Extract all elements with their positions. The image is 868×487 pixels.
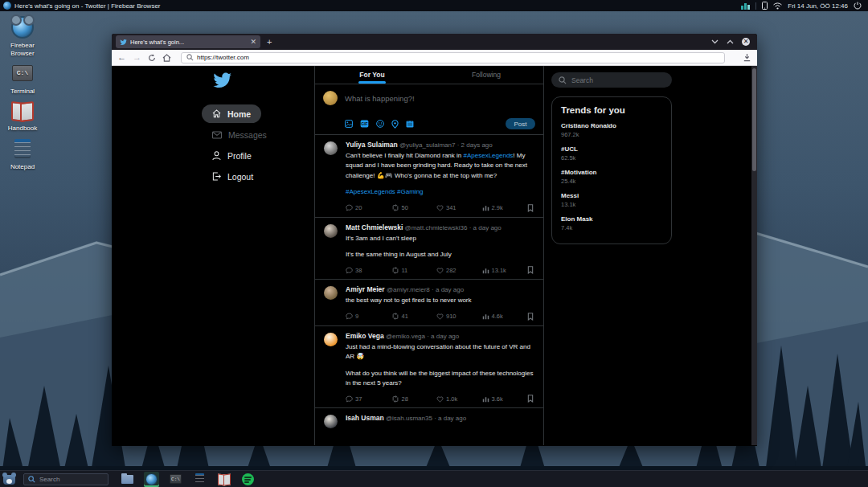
bookmark-icon: [527, 204, 534, 212]
reply-button[interactable]: 37: [346, 395, 391, 403]
phone-icon[interactable]: [762, 2, 768, 10]
reply-button[interactable]: 20: [346, 204, 391, 211]
trend-item[interactable]: Elon Mask 7.4k: [561, 215, 662, 231]
compose-input[interactable]: What is happening?!: [345, 91, 415, 105]
window-close-icon[interactable]: ✕: [742, 38, 750, 46]
location-icon[interactable]: [391, 120, 399, 129]
sidebar-item-profile[interactable]: Profile: [202, 146, 262, 165]
taskbar-terminal[interactable]: C:\: [168, 472, 183, 487]
browser-tab[interactable]: Here's what's goin... ✕: [116, 35, 260, 48]
views-chart-icon: [482, 313, 489, 320]
bookmark-button[interactable]: [527, 204, 534, 212]
retweet-button[interactable]: 11: [391, 267, 437, 274]
url-bar[interactable]: https://twotter.com: [181, 52, 725, 63]
tweet[interactable]: Emiko Vega @emiko.vega · a day ago Just …: [315, 326, 543, 409]
page-scrollbar[interactable]: [751, 66, 757, 445]
forward-icon[interactable]: →: [133, 53, 141, 62]
tweet[interactable]: Isah Usman @isah.usman35 · a day ago: [315, 408, 543, 432]
like-button[interactable]: 341: [436, 204, 482, 211]
tweet-author-name[interactable]: Emiko Vega: [346, 332, 384, 340]
retweet-button[interactable]: 41: [391, 313, 437, 320]
sidebar-item-messages[interactable]: Messages: [202, 125, 277, 144]
tweet-author-name[interactable]: Matt Chmielewski: [346, 223, 403, 231]
workspace-indicator-icon[interactable]: [741, 2, 750, 10]
emoji-icon[interactable]: [376, 120, 384, 128]
clock[interactable]: Fri 14 Jun, ÖÖ 12:46: [788, 2, 848, 10]
reply-button[interactable]: 38: [346, 267, 391, 274]
search-icon: [186, 54, 194, 61]
back-icon[interactable]: ←: [117, 53, 126, 62]
tab-following[interactable]: Following: [429, 66, 543, 84]
tweet-author-name[interactable]: Yuliya Sulaiman: [346, 141, 398, 149]
tweet[interactable]: Amiyr Meier @amiyr.meier8 · a day ago th…: [315, 280, 543, 325]
views-stat[interactable]: 13.1k: [482, 267, 528, 274]
tweet-author-handle[interactable]: @amiyr.meier8: [387, 286, 430, 293]
taskbar-handbook[interactable]: [216, 472, 231, 487]
taskbar-search[interactable]: Search: [23, 473, 108, 485]
tweet-avatar[interactable]: [324, 333, 338, 346]
bookmark-button[interactable]: [527, 395, 534, 403]
notepad-icon: [14, 139, 31, 158]
post-button[interactable]: Post: [506, 118, 535, 129]
tweet-avatar[interactable]: [324, 141, 338, 155]
views-stat[interactable]: 4.6k: [482, 313, 528, 320]
bookmark-button[interactable]: [527, 266, 534, 274]
taskbar-music-app[interactable]: [240, 472, 256, 487]
wifi-icon[interactable]: [773, 2, 782, 10]
image-icon[interactable]: [345, 120, 353, 128]
tweet-author-handle[interactable]: @matt.chmielewski36: [405, 224, 468, 231]
retweet-button[interactable]: 28: [391, 395, 437, 403]
tweet[interactable]: Yuliya Sulaiman @yuliya_sulaiman7 · 2 da…: [315, 135, 543, 218]
desktop-icon-handbook[interactable]: Handbook: [1, 98, 44, 133]
app-search-box[interactable]: Search: [551, 72, 672, 88]
retweet-button[interactable]: 50: [391, 204, 437, 211]
taskbar-firebear-active[interactable]: [144, 472, 159, 487]
tweet-avatar[interactable]: [324, 286, 338, 300]
like-button[interactable]: 282: [436, 267, 482, 274]
gif-icon[interactable]: GIF: [360, 120, 369, 128]
download-icon[interactable]: [743, 53, 751, 62]
reply-button[interactable]: 9: [346, 313, 391, 320]
new-tab-icon[interactable]: +: [267, 38, 272, 47]
views-stat[interactable]: 3.6k: [482, 395, 528, 403]
taskbar-file-manager[interactable]: [120, 472, 135, 487]
desktop-icon-notepad[interactable]: Notepad: [1, 137, 44, 171]
sidebar-item-logout[interactable]: Logout: [202, 167, 264, 186]
start-menu-button[interactable]: [2, 473, 16, 485]
like-button[interactable]: 910: [436, 313, 482, 320]
trend-item[interactable]: Cristiano Ronaldo 967.2k: [561, 122, 662, 138]
tweet-author-handle[interactable]: @isah.usman35: [386, 415, 432, 422]
trend-item[interactable]: #UCL 62.5k: [561, 145, 662, 162]
desktop-screen: Here's what's going on - Twotter | Fireb…: [0, 0, 868, 487]
power-icon[interactable]: [854, 2, 862, 10]
schedule-icon[interactable]: [406, 120, 414, 128]
chevron-down-icon[interactable]: [711, 39, 719, 44]
tweet-author-name[interactable]: Isah Usman: [346, 414, 384, 422]
trend-item[interactable]: Messi 13.1k: [561, 192, 662, 208]
bookmark-button[interactable]: [527, 313, 534, 321]
reload-icon[interactable]: [148, 54, 156, 62]
home-icon[interactable]: [162, 54, 171, 62]
bookmark-icon: [527, 266, 534, 274]
chevron-up-icon[interactable]: [727, 39, 734, 44]
tweet-timestamp: · a day ago: [434, 415, 466, 422]
tab-for-you[interactable]: For You: [315, 66, 429, 84]
tweet[interactable]: Matt Chmielewski @matt.chmielewski36 · a…: [315, 218, 543, 280]
desktop-icon-terminal[interactable]: C:\ Terminal: [1, 61, 44, 96]
like-button[interactable]: 1.0k: [436, 395, 482, 403]
trend-item[interactable]: #Motivation 25.4k: [561, 169, 662, 185]
search-icon: [559, 76, 567, 84]
views-stat[interactable]: 2.9k: [482, 204, 528, 211]
taskbar-search-placeholder: Search: [39, 476, 59, 483]
desktop-icon-firebear[interactable]: Firebear Browser: [1, 15, 44, 58]
tweet-author-handle[interactable]: @emiko.vega: [386, 333, 425, 340]
tab-label: Following: [472, 71, 501, 79]
tweet-avatar[interactable]: [324, 415, 338, 428]
tab-close-icon[interactable]: ✕: [250, 39, 256, 46]
sidebar-item-home[interactable]: Home: [202, 104, 261, 123]
taskbar-notepad[interactable]: [192, 472, 207, 487]
tweet-author-name[interactable]: Amiyr Meier: [346, 285, 385, 293]
tweet-author-handle[interactable]: @yuliya_sulaiman7: [399, 141, 456, 149]
scrollbar-thumb[interactable]: [752, 68, 756, 171]
tweet-avatar[interactable]: [324, 224, 338, 238]
